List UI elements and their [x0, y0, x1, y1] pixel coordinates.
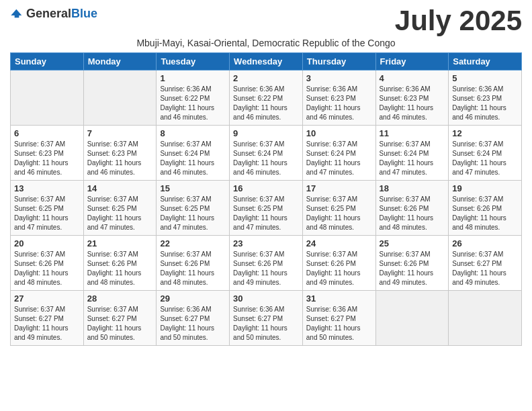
day-number: 16: [233, 183, 299, 193]
calendar-week-5: 27Sunrise: 6:37 AM Sunset: 6:27 PM Dayli…: [11, 291, 522, 346]
table-row: 29Sunrise: 6:36 AM Sunset: 6:27 PM Dayli…: [157, 291, 230, 346]
day-number: 11: [380, 128, 445, 138]
day-info: Sunrise: 6:37 AM Sunset: 6:26 PM Dayligh…: [452, 195, 518, 232]
day-info: Sunrise: 6:37 AM Sunset: 6:26 PM Dayligh…: [380, 250, 445, 287]
day-info: Sunrise: 6:36 AM Sunset: 6:22 PM Dayligh…: [233, 85, 299, 122]
table-row: 1Sunrise: 6:36 AM Sunset: 6:22 PM Daylig…: [157, 71, 230, 126]
table-row: [83, 71, 157, 126]
table-row: 28Sunrise: 6:37 AM Sunset: 6:27 PM Dayli…: [83, 291, 157, 346]
table-row: 7Sunrise: 6:37 AM Sunset: 6:23 PM Daylig…: [83, 126, 157, 181]
weekday-header-friday: Friday: [375, 53, 449, 71]
svg-marker-0: [11, 9, 21, 15]
table-row: 25Sunrise: 6:37 AM Sunset: 6:26 PM Dayli…: [375, 236, 449, 291]
day-info: Sunrise: 6:37 AM Sunset: 6:24 PM Dayligh…: [380, 140, 445, 177]
calendar-week-3: 13Sunrise: 6:37 AM Sunset: 6:25 PM Dayli…: [11, 181, 522, 236]
day-info: Sunrise: 6:37 AM Sunset: 6:25 PM Dayligh…: [233, 195, 299, 232]
weekday-header-tuesday: Tuesday: [157, 53, 230, 71]
day-info: Sunrise: 6:37 AM Sunset: 6:25 PM Dayligh…: [87, 195, 153, 232]
calendar-header: SundayMondayTuesdayWednesdayThursdayFrid…: [11, 53, 522, 71]
day-info: Sunrise: 6:36 AM Sunset: 6:23 PM Dayligh…: [452, 85, 518, 122]
table-row: 18Sunrise: 6:37 AM Sunset: 6:26 PM Dayli…: [375, 181, 449, 236]
day-number: 9: [233, 128, 299, 138]
weekday-header-saturday: Saturday: [449, 53, 522, 71]
weekday-header-sunday: Sunday: [11, 53, 84, 71]
table-row: 11Sunrise: 6:37 AM Sunset: 6:24 PM Dayli…: [375, 126, 449, 181]
day-number: 3: [306, 73, 372, 83]
day-info: Sunrise: 6:37 AM Sunset: 6:26 PM Dayligh…: [233, 250, 299, 287]
page-header: GeneralBlue July 2025: [10, 7, 522, 35]
logo: GeneralBlue: [10, 7, 97, 21]
day-number: 31: [306, 293, 372, 304]
day-number: 28: [87, 293, 153, 304]
table-row: 2Sunrise: 6:36 AM Sunset: 6:22 PM Daylig…: [230, 71, 303, 126]
logo-blue: Blue: [71, 7, 97, 20]
day-number: 14: [87, 183, 153, 193]
table-row: [375, 291, 449, 346]
day-info: Sunrise: 6:37 AM Sunset: 6:23 PM Dayligh…: [14, 140, 80, 177]
day-info: Sunrise: 6:36 AM Sunset: 6:23 PM Dayligh…: [306, 85, 372, 122]
day-number: 6: [14, 128, 80, 138]
day-info: Sunrise: 6:37 AM Sunset: 6:24 PM Dayligh…: [160, 140, 226, 177]
day-info: Sunrise: 6:37 AM Sunset: 6:24 PM Dayligh…: [306, 140, 372, 177]
day-number: 21: [87, 238, 153, 248]
table-row: 27Sunrise: 6:37 AM Sunset: 6:27 PM Dayli…: [11, 291, 84, 346]
day-number: 5: [452, 73, 518, 83]
logo-icon: [10, 7, 24, 21]
day-number: 23: [233, 238, 299, 248]
weekday-header-monday: Monday: [83, 53, 157, 71]
day-number: 29: [160, 293, 226, 304]
calendar-table: SundayMondayTuesdayWednesdayThursdayFrid…: [10, 52, 522, 346]
logo-general: General: [26, 7, 71, 20]
table-row: 5Sunrise: 6:36 AM Sunset: 6:23 PM Daylig…: [449, 71, 522, 126]
table-row: 6Sunrise: 6:37 AM Sunset: 6:23 PM Daylig…: [11, 126, 84, 181]
table-row: 10Sunrise: 6:37 AM Sunset: 6:24 PM Dayli…: [302, 126, 375, 181]
day-number: 19: [452, 183, 518, 193]
table-row: 9Sunrise: 6:37 AM Sunset: 6:24 PM Daylig…: [230, 126, 303, 181]
day-number: 7: [87, 128, 153, 138]
day-info: Sunrise: 6:36 AM Sunset: 6:27 PM Dayligh…: [233, 305, 299, 342]
day-info: Sunrise: 6:36 AM Sunset: 6:27 PM Dayligh…: [160, 305, 226, 342]
day-number: 27: [14, 293, 80, 304]
day-number: 17: [306, 183, 372, 193]
table-row: 17Sunrise: 6:37 AM Sunset: 6:25 PM Dayli…: [302, 181, 375, 236]
day-number: 18: [380, 183, 445, 193]
day-info: Sunrise: 6:37 AM Sunset: 6:26 PM Dayligh…: [306, 250, 372, 287]
day-number: 25: [380, 238, 445, 248]
table-row: 21Sunrise: 6:37 AM Sunset: 6:26 PM Dayli…: [83, 236, 157, 291]
calendar-week-4: 20Sunrise: 6:37 AM Sunset: 6:26 PM Dayli…: [11, 236, 522, 291]
day-number: 1: [160, 73, 226, 83]
table-row: 15Sunrise: 6:37 AM Sunset: 6:25 PM Dayli…: [157, 181, 230, 236]
day-info: Sunrise: 6:37 AM Sunset: 6:27 PM Dayligh…: [87, 305, 153, 342]
day-info: Sunrise: 6:37 AM Sunset: 6:25 PM Dayligh…: [306, 195, 372, 232]
table-row: 4Sunrise: 6:36 AM Sunset: 6:23 PM Daylig…: [375, 71, 449, 126]
day-info: Sunrise: 6:36 AM Sunset: 6:23 PM Dayligh…: [380, 85, 445, 122]
day-info: Sunrise: 6:37 AM Sunset: 6:25 PM Dayligh…: [160, 195, 226, 232]
day-number: 20: [14, 238, 80, 248]
table-row: 23Sunrise: 6:37 AM Sunset: 6:26 PM Dayli…: [230, 236, 303, 291]
weekday-header-wednesday: Wednesday: [230, 53, 303, 71]
day-number: 4: [380, 73, 445, 83]
svg-rect-1: [15, 15, 19, 17]
weekday-header-row: SundayMondayTuesdayWednesdayThursdayFrid…: [11, 53, 522, 71]
table-row: [449, 291, 522, 346]
day-number: 15: [160, 183, 226, 193]
day-info: Sunrise: 6:37 AM Sunset: 6:24 PM Dayligh…: [233, 140, 299, 177]
table-row: 19Sunrise: 6:37 AM Sunset: 6:26 PM Dayli…: [449, 181, 522, 236]
table-row: 26Sunrise: 6:37 AM Sunset: 6:27 PM Dayli…: [449, 236, 522, 291]
month-title: July 2025: [395, 7, 522, 35]
table-row: 14Sunrise: 6:37 AM Sunset: 6:25 PM Dayli…: [83, 181, 157, 236]
table-row: 22Sunrise: 6:37 AM Sunset: 6:26 PM Dayli…: [157, 236, 230, 291]
day-info: Sunrise: 6:37 AM Sunset: 6:27 PM Dayligh…: [452, 250, 518, 287]
day-number: 2: [233, 73, 299, 83]
day-info: Sunrise: 6:37 AM Sunset: 6:24 PM Dayligh…: [452, 140, 518, 177]
table-row: 31Sunrise: 6:36 AM Sunset: 6:27 PM Dayli…: [302, 291, 375, 346]
day-info: Sunrise: 6:37 AM Sunset: 6:25 PM Dayligh…: [14, 195, 80, 232]
day-info: Sunrise: 6:37 AM Sunset: 6:26 PM Dayligh…: [380, 195, 445, 232]
table-row: 8Sunrise: 6:37 AM Sunset: 6:24 PM Daylig…: [157, 126, 230, 181]
day-info: Sunrise: 6:37 AM Sunset: 6:26 PM Dayligh…: [14, 250, 80, 287]
table-row: [11, 71, 84, 126]
table-row: 16Sunrise: 6:37 AM Sunset: 6:25 PM Dayli…: [230, 181, 303, 236]
day-number: 24: [306, 238, 372, 248]
logo-text: GeneralBlue: [26, 7, 97, 21]
table-row: 30Sunrise: 6:36 AM Sunset: 6:27 PM Dayli…: [230, 291, 303, 346]
